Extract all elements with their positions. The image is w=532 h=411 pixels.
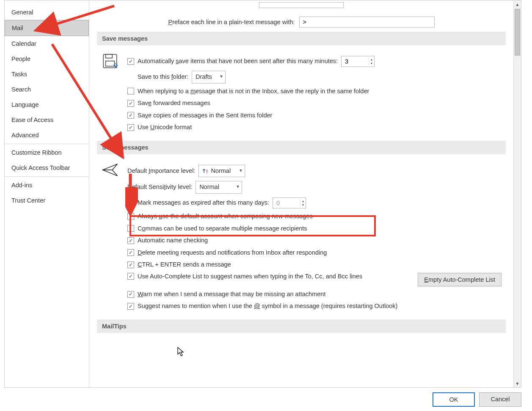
importance-icon: ! <box>202 168 209 174</box>
checkbox-save-sent[interactable] <box>127 112 134 119</box>
sidebar-item-quick-access-toolbar[interactable]: Quick Access Toolbar <box>5 160 89 175</box>
sidebar-item-people[interactable]: People <box>5 51 89 67</box>
ctrl-enter-label: CTRL + ENTER sends a message <box>138 261 231 269</box>
scroll-down-icon[interactable]: ▼ <box>514 380 521 387</box>
use-unicode-label: Use Unicode format <box>138 123 192 132</box>
auto-save-label: Automatically save items that have not b… <box>138 57 338 66</box>
delete-meeting-label: Delete meeting requests and notification… <box>138 249 327 257</box>
empty-autocomplete-button[interactable]: Empty Auto-Complete List <box>418 273 502 286</box>
expire-days-spinner[interactable]: ▴▾ <box>273 197 306 208</box>
sidebar-item-calendar[interactable]: Calendar <box>5 36 89 51</box>
preface-label: Preface each line in a plain-text messag… <box>168 19 295 25</box>
warn-attachment-label: Warn me when I send a message that may b… <box>138 290 325 299</box>
use-autocomplete-label: Use Auto-Complete List to suggest names … <box>138 273 362 280</box>
svg-rect-1 <box>106 54 113 58</box>
sidebar-item-mail[interactable]: Mail <box>5 20 89 36</box>
checkbox-warn-attachment[interactable] <box>127 291 134 298</box>
section-save-messages-header: Save messages <box>97 32 506 45</box>
svg-rect-2 <box>106 61 115 66</box>
sidebar-item-search[interactable]: Search <box>5 82 89 97</box>
scroll-up-icon[interactable]: ▲ <box>514 0 521 8</box>
save-sent-label: Save copies of messages in the Sent Item… <box>138 111 272 120</box>
section-send-messages-header: Send messages <box>97 141 506 154</box>
vertical-scrollbar[interactable]: ▲ ▼ <box>513 0 521 387</box>
sensitivity-select[interactable]: Normal <box>196 181 242 194</box>
spin-down-icon[interactable]: ▾ <box>369 61 374 65</box>
sidebar-item-advanced[interactable]: Advanced <box>5 128 89 143</box>
sidebar-item-language[interactable]: Language <box>5 97 89 112</box>
truncated-button <box>259 2 344 8</box>
auto-save-minutes-spinner[interactable]: ▴▾ <box>341 56 375 67</box>
section-mailtips-header: MailTips <box>97 319 506 333</box>
always-default-account-label: Always use the default account when comp… <box>138 212 313 221</box>
checkbox-reply-same-folder[interactable] <box>127 88 134 94</box>
checkbox-auto-name-check[interactable] <box>127 237 134 244</box>
auto-name-check-label: Automatic name checking <box>138 236 208 245</box>
auto-save-minutes-input[interactable] <box>342 56 369 67</box>
send-icon <box>101 161 120 314</box>
spin-up-icon[interactable]: ▴ <box>300 199 306 203</box>
content-area: Preface each line in a plain-text messag… <box>89 0 521 387</box>
svg-text:!: ! <box>206 169 208 174</box>
sidebar-separator <box>5 144 89 144</box>
section-save-messages: Automatically save items that have not b… <box>97 49 506 136</box>
checkbox-commas-separate[interactable] <box>127 225 134 232</box>
expire-days-input[interactable] <box>273 198 300 208</box>
sidebar-separator <box>5 176 89 177</box>
checkbox-auto-save[interactable] <box>127 58 134 65</box>
reply-same-folder-label: When replying to a message that is not i… <box>138 87 369 96</box>
commas-separate-label: Commas can be used to separate multiple … <box>138 225 307 233</box>
sidebar-item-customize-ribbon[interactable]: Customize Ribbon <box>5 145 89 160</box>
sidebar-item-general[interactable]: General <box>5 5 89 20</box>
spin-down-icon[interactable]: ▾ <box>300 203 306 207</box>
suggest-mentions-label: Suggest names to mention when I use the … <box>138 302 397 311</box>
preface-input[interactable] <box>299 17 435 28</box>
cancel-button[interactable]: Cancel <box>479 392 521 407</box>
checkbox-suggest-mentions[interactable] <box>127 303 134 310</box>
preface-row: Preface each line in a plain-text messag… <box>97 17 506 28</box>
importance-select[interactable]: ! Normal <box>198 165 245 178</box>
scrollbar-thumb[interactable] <box>515 9 520 56</box>
sidebar-item-add-ins[interactable]: Add-ins <box>5 178 89 193</box>
sensitivity-label: Default Sensitivity level: <box>127 183 192 192</box>
checkbox-save-forwarded[interactable] <box>127 100 134 107</box>
importance-label: Default Importance level: <box>127 167 195 175</box>
scrollable-options: Preface each line in a plain-text messag… <box>89 0 513 387</box>
sidebar-item-ease-of-access[interactable]: Ease of Access <box>5 112 89 128</box>
checkbox-delete-meeting[interactable] <box>127 249 134 256</box>
save-to-folder-select[interactable]: Drafts <box>192 71 226 83</box>
checkbox-ctrl-enter[interactable] <box>127 261 134 268</box>
sidebar-item-tasks[interactable]: Tasks <box>5 67 89 82</box>
sidebar-item-trust-center[interactable]: Trust Center <box>5 193 89 208</box>
save-forwarded-label: Save forwarded messages <box>138 99 210 108</box>
save-icon <box>101 52 120 136</box>
ok-button[interactable]: OK <box>433 392 475 407</box>
section-send-messages: Default Importance level: ! Normal Defau… <box>97 158 506 315</box>
checkbox-use-unicode[interactable] <box>127 124 134 131</box>
options-dialog: General Mail Calendar People Tasks Searc… <box>4 0 521 388</box>
checkbox-mark-expired[interactable] <box>127 200 134 206</box>
mark-expired-label: Mark messages as expired after this many… <box>138 199 269 207</box>
dialog-footer: OK Cancel <box>433 392 521 407</box>
spin-up-icon[interactable]: ▴ <box>369 58 374 61</box>
checkbox-always-default-account[interactable] <box>127 213 134 220</box>
save-to-folder-label: Save to this folder: <box>138 73 188 81</box>
checkbox-use-autocomplete[interactable] <box>127 273 134 280</box>
options-sidebar: General Mail Calendar People Tasks Searc… <box>5 0 89 387</box>
